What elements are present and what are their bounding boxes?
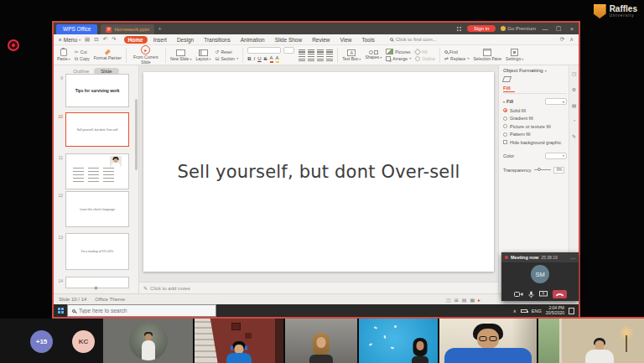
align-left-icon[interactable] [299, 49, 305, 54]
line-spacing-icon[interactable] [326, 56, 333, 61]
indent-icon[interactable] [317, 56, 324, 61]
menu-button[interactable]: ≡ Menu ▾ [59, 37, 80, 43]
slide-thumbnail-9[interactable]: Tips for surviving work [65, 74, 129, 107]
panel-scrollbar[interactable] [135, 99, 138, 170]
slideshow-icon[interactable]: ▸ [478, 297, 480, 303]
numbering-icon[interactable] [308, 56, 314, 61]
layout-button[interactable]: Layout▾ [195, 49, 210, 61]
replace-button[interactable]: ⇄Replace▾ [444, 56, 469, 61]
font-name-select[interactable] [247, 47, 281, 54]
participant-video[interactable] [193, 319, 283, 363]
apps-grid-icon[interactable] [456, 26, 462, 32]
section-button[interactable]: ⊟Section▾ [215, 56, 238, 61]
document-tab[interactable]: P Homework.pptx [101, 24, 154, 34]
highlight-button[interactable]: A [276, 55, 279, 63]
new-slide-button[interactable]: New Slide▾ [170, 49, 192, 61]
color-dropdown[interactable]: ▾ [545, 153, 567, 159]
bullets-icon[interactable] [299, 56, 305, 61]
slide-thumbnail-12[interactable]: Learn the client's language [65, 191, 129, 227]
tab-transitions[interactable]: Transitions [200, 36, 235, 44]
undo-icon[interactable]: ↶ [103, 36, 107, 43]
sync-icon[interactable]: ⟳ [560, 36, 564, 43]
panel-title-row[interactable]: Object Formatting ▾ [503, 68, 567, 73]
radio-picture-texture-fill[interactable]: Picture or texture fill [503, 124, 567, 129]
reading-view-icon[interactable]: ▤ [462, 297, 467, 303]
slider-knob[interactable] [538, 168, 541, 171]
radio-solid-fill[interactable]: Solid fill [503, 108, 567, 113]
hang-up-button[interactable] [553, 290, 567, 298]
camera-off-button[interactable] [514, 291, 523, 298]
transparency-slider[interactable] [534, 169, 551, 170]
go-premium-button[interactable]: Go Premium [501, 26, 536, 31]
cut-button[interactable]: ✂Cut [75, 49, 87, 54]
selection-pane-button[interactable]: Selection Pane [473, 49, 501, 62]
tab-view[interactable]: View [335, 36, 356, 44]
tab-animation[interactable]: Animation [236, 36, 269, 44]
language-indicator[interactable]: ENG [532, 309, 542, 314]
participant-initials-avatar[interactable]: KC [72, 330, 95, 353]
taskbar-search[interactable] [67, 304, 216, 317]
participant-video[interactable] [537, 319, 644, 363]
pictures-button[interactable]: Pictures [386, 49, 410, 54]
more-participants-badge[interactable]: +15 [30, 330, 53, 353]
fill-section-header[interactable]: ▾ Fill ▾ [503, 98, 567, 105]
redo-icon[interactable]: ↷ [112, 36, 116, 43]
maximize-button[interactable]: ▢ [554, 25, 563, 32]
slide-canvas[interactable]: Sell yourself, but dont Over-sell [143, 72, 494, 272]
slide-thumbnail-13[interactable]: Do a markup of 5%-10% [65, 233, 129, 270]
participant-video[interactable] [283, 319, 357, 363]
radio-gradient-fill[interactable]: Gradient fill [503, 116, 567, 121]
participant-video[interactable] [357, 319, 438, 363]
tray-chevron-icon[interactable]: ∧ [513, 309, 517, 314]
font-size-select[interactable] [283, 47, 294, 54]
tab-insert[interactable]: Insert [149, 36, 171, 44]
font-color-button[interactable]: A [270, 55, 273, 63]
italic-button[interactable]: I [254, 56, 256, 62]
participant-video[interactable] [103, 319, 193, 363]
participant-video[interactable] [438, 319, 537, 363]
underline-button[interactable]: U [257, 56, 261, 62]
sign-in-button[interactable]: Sign in [467, 25, 496, 32]
wps-office-home-tab[interactable]: WPS Office [56, 24, 97, 34]
shapes-button[interactable]: Shapes▾ [365, 50, 382, 60]
text-box-button[interactable]: A Text Box▾ [342, 49, 361, 61]
paste-button[interactable]: Paste▾ [57, 49, 70, 61]
settings-pane-icon[interactable]: ⚙ [572, 86, 576, 92]
start-button[interactable] [54, 304, 67, 317]
format-painter-button[interactable]: Format Painter [94, 49, 122, 61]
notes-view-icon[interactable]: ▦ [470, 297, 475, 303]
tab-review[interactable]: Review [308, 36, 334, 44]
reset-button[interactable]: ↺Reset [215, 49, 231, 54]
add-slide-button[interactable]: + [54, 284, 138, 293]
properties-pane-icon[interactable]: ▤ [572, 102, 577, 108]
slide-thumbnail-10-selected[interactable]: Sell yourself, but dont Over-sell [65, 112, 129, 147]
notes-area[interactable]: ✎ Click to add notes [139, 282, 498, 293]
close-button[interactable]: × [568, 26, 576, 32]
tab-slide-show[interactable]: Slide Show [271, 36, 307, 44]
align-center-icon[interactable] [308, 49, 314, 54]
help-pane-icon[interactable]: ◔ [573, 118, 576, 123]
slide-sorter-icon[interactable]: ⊞ [454, 297, 459, 303]
align-right-icon[interactable] [317, 49, 324, 54]
action-center-icon[interactable] [569, 308, 574, 314]
copy-button[interactable]: ⧉Copy [75, 56, 90, 61]
tab-design[interactable]: Design [173, 36, 198, 44]
normal-view-icon[interactable]: ◫ [446, 297, 451, 303]
more-options-icon[interactable]: ⋯ [570, 255, 575, 261]
edit-pane-icon[interactable]: ✎ [572, 133, 576, 139]
strikethrough-button[interactable]: S [264, 56, 267, 62]
fill-tab[interactable]: Fill [503, 86, 515, 92]
battery-icon[interactable] [521, 309, 527, 313]
radio-pattern-fill[interactable]: Pattern fill [503, 132, 567, 137]
collapse-ribbon-icon[interactable]: ∧ [569, 36, 574, 43]
tab-outline[interactable]: Outline [73, 69, 89, 74]
microphone-button[interactable] [528, 291, 534, 298]
fill-type-dropdown[interactable]: ▾ [545, 98, 567, 105]
command-search[interactable]: Click to find com... [390, 37, 437, 42]
share-screen-button[interactable] [539, 291, 548, 298]
find-button[interactable]: Find [444, 49, 458, 54]
justify-icon[interactable] [326, 49, 333, 54]
checkbox-hide-background[interactable]: Hide background graphic [503, 140, 567, 145]
tab-home[interactable]: Home [124, 36, 148, 44]
settings-button[interactable]: Settings▾ [506, 49, 523, 61]
